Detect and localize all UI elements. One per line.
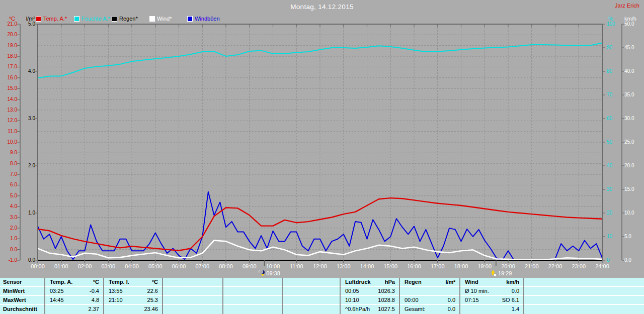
- table-cell: 14:454.8: [44, 296, 103, 304]
- temp-tick-label: 6.0: [0, 182, 17, 187]
- legend-item-feuchte-a-: Feuchte A.*: [74, 16, 110, 22]
- hour-tick-label: 20:00: [497, 263, 520, 269]
- table-row-durchschnitt: Durchschnitt2.3723.46^0.6hPa/h1027.5Gesa…: [0, 305, 644, 313]
- table-column-header: [162, 278, 222, 286]
- hour-tick-label: 19:00: [473, 263, 496, 269]
- table-cell: 13:5522.6: [103, 287, 162, 295]
- table-cell: [282, 305, 340, 313]
- table-column-separator: [340, 278, 341, 314]
- rain-tick-label: 5.0: [0, 22, 35, 27]
- hour-tick-label: 05:00: [144, 263, 167, 269]
- table-cell: [523, 287, 644, 295]
- rain-tick-label: 2.0: [0, 163, 35, 168]
- table-cell: ^0.6hPa/h1027.5: [340, 305, 399, 313]
- legend-label: Feuchte A.*: [82, 16, 110, 22]
- legend-label: Regen*: [119, 16, 138, 22]
- hour-tick-label: 22:00: [544, 263, 567, 269]
- table-column-separator: [103, 278, 104, 314]
- table-cell: 23.46: [103, 305, 162, 313]
- legend-swatch-icon: [74, 16, 79, 22]
- table-cell: [162, 287, 222, 295]
- hour-tick-label: 10:00: [262, 263, 285, 269]
- table-cell: 07:15SO 6.1: [459, 296, 523, 304]
- humidity-tick-label: 50: [607, 140, 612, 145]
- humidity-tick-label: 10: [607, 234, 612, 239]
- humidity-tick-label: 80: [607, 69, 612, 74]
- table-cell: [282, 287, 340, 295]
- table-column-header: LuftdruckhPa: [340, 278, 399, 286]
- humidity-tick-label: 90: [607, 45, 612, 50]
- table-cell: Ø 10 min.0.0: [459, 287, 523, 295]
- temp-tick-label: 10.0: [0, 140, 17, 145]
- hour-tick-label: 00:00: [26, 263, 49, 269]
- hour-tick-label: 21:00: [520, 263, 543, 269]
- temp-tick-label: 19.0: [0, 43, 17, 48]
- wind-tick-label: 40.0: [624, 69, 634, 74]
- legend-item-wind-: Wind*: [149, 16, 172, 22]
- wind-tick-label: 50.0: [624, 22, 634, 27]
- table-row-label: MaxWert: [0, 296, 44, 304]
- rain-tick-label: 3.0: [0, 116, 35, 121]
- table-cell: Gesamt:0.0: [399, 305, 459, 313]
- temp-tick-label: 3.0: [0, 215, 17, 220]
- table-cell: 00:051026.3: [340, 287, 399, 295]
- legend-label: Temp. A.*: [43, 16, 67, 22]
- humidity-tick-label: 0: [607, 258, 610, 263]
- hour-tick-label: 16:00: [403, 263, 426, 269]
- humidity-tick-label: 40: [607, 163, 612, 168]
- hour-tick-label: 02:00: [73, 263, 97, 269]
- temp-tick-label: 14.0: [0, 97, 17, 102]
- sunset-marker-icon: [491, 270, 497, 276]
- rain-tick-label: 0.0: [0, 258, 35, 263]
- table-row-minwert: MinWert03:25-0.413:5522.600:051026.3Ø 10…: [0, 287, 644, 296]
- legend-swatch-icon: [149, 16, 155, 22]
- hour-tick-label: 14:00: [356, 263, 379, 269]
- table-cell: 03:25-0.4: [44, 287, 103, 295]
- temp-tick-label: 18.0: [0, 54, 17, 59]
- table-row-sensor: SensorTemp. A.°CTemp. I.°CLuftdruckhPaRe…: [0, 278, 644, 287]
- legend-label: Wind*: [157, 16, 172, 22]
- temp-tick-label: 20.0: [0, 32, 17, 37]
- temp-tick-label: 4.0: [0, 204, 17, 209]
- legend-swatch-icon: [187, 16, 193, 22]
- table-cell: 21:1025.3: [103, 296, 162, 304]
- hour-tick-label: 23:00: [567, 263, 590, 269]
- marker-time-label: 19:29: [498, 270, 512, 276]
- legend-item-regen-: Regen*: [112, 16, 138, 22]
- table-cell: 2.37: [44, 305, 103, 313]
- table-column-separator: [399, 278, 400, 314]
- wind-tick-label: 15.0: [624, 187, 634, 192]
- hour-tick-label: 08:00: [214, 263, 237, 269]
- table-cell: 1.4: [459, 305, 523, 313]
- table-cell: 10:101028.8: [340, 296, 399, 304]
- table-cell: [162, 305, 222, 313]
- table-column-separator: [459, 278, 460, 314]
- table-cell: [282, 296, 340, 304]
- legend-item-windb-en: Windböen: [187, 16, 220, 22]
- summary-table: SensorTemp. A.°CTemp. I.°CLuftdruckhPaRe…: [0, 278, 644, 314]
- marker-time-label: 09:38: [266, 270, 280, 276]
- hour-tick-label: 15:00: [379, 263, 402, 269]
- table-column-header: [222, 278, 282, 286]
- table-column-header: Temp. I.°C: [103, 278, 162, 286]
- page-title: Montag, 14.12.2015: [0, 3, 644, 11]
- humidity-tick-label: 100: [607, 22, 615, 27]
- hour-tick-label: 17:00: [426, 263, 449, 269]
- legend-swatch-icon: [112, 16, 117, 22]
- table-column-header: Regenl/m²: [399, 278, 459, 286]
- table-column-separator: [222, 278, 223, 314]
- wind-tick-label: 35.0: [624, 92, 634, 97]
- table-cell: [523, 305, 644, 313]
- temp-tick-label: 11.0: [0, 129, 17, 134]
- table-cell: [162, 296, 222, 304]
- legend-swatch-icon: [36, 16, 41, 22]
- table-row-label: Sensor: [0, 278, 44, 286]
- hour-tick-label: 12:00: [308, 263, 332, 269]
- rain-tick-label: 1.0: [0, 211, 35, 216]
- weather-station-day-chart: Montag, 14.12.2015 Jarz Erich °C l/m² % …: [0, 0, 644, 314]
- legend-item-temp-a-: Temp. A.*: [36, 16, 67, 22]
- temp-tick-label: 1.0: [0, 236, 17, 241]
- table-column-header: [282, 278, 340, 286]
- humidity-tick-label: 20: [607, 211, 612, 216]
- temp-tick-label: 0.0: [0, 247, 17, 252]
